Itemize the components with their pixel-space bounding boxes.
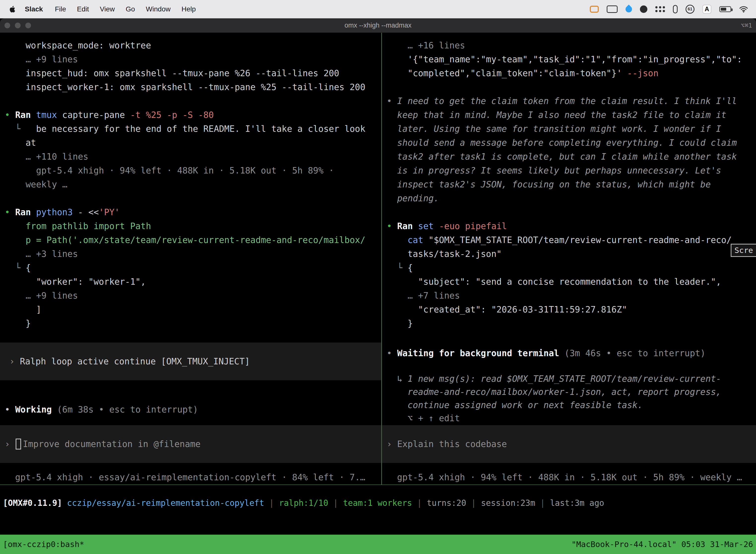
working-status-line: • Working (6m 38s • esc to interrupt) (0, 403, 381, 417)
terminal-line: continue assigned work or next feasible … (382, 399, 756, 412)
terminal-line: should send a message before completing … (382, 136, 756, 150)
tmux-pane-left[interactable]: workspace_mode: worktree … +9 lines insp… (0, 33, 381, 485)
pane-divider-horizontal[interactable] (0, 485, 756, 485)
menu-item-help[interactable]: Help (176, 0, 201, 18)
queued-prompt-lines: › Ralph loop active continue [OMX_TMUX_I… (5, 354, 250, 368)
omx-status-segment: last:3m ago (550, 498, 604, 508)
menu-item-window[interactable]: Window (140, 0, 176, 18)
omx-status-segment: team:1 workers (343, 498, 412, 508)
omx-status-segment: cczip/essay/ai-reimplementation-copyleft (67, 498, 264, 508)
menu-item-go[interactable]: Go (120, 0, 140, 18)
omx-status-segment: | (264, 498, 279, 508)
capsule-icon[interactable] (673, 5, 678, 13)
left-input-prompt[interactable]: › Improve documentation in @filename (0, 425, 381, 463)
terminal-line: • Working (6m 38s • esc to interrupt) (0, 403, 381, 417)
terminal-line (0, 191, 381, 205)
terminal-line: └ { (382, 261, 756, 275)
wifi-icon[interactable] (739, 6, 748, 13)
menu-app-name[interactable]: Slack (19, 0, 49, 18)
terminal-line: inspect_hud: omx sparkshell --tmux-pane … (0, 66, 381, 80)
terminal-line: at (0, 136, 381, 150)
queued-prompt-band: › Ralph loop active continue [OMX_TMUX_I… (0, 342, 381, 380)
terminal-line: "subject": "send a concise recommendatio… (382, 275, 756, 289)
omx-status-segment: | (466, 498, 481, 508)
terminal-line: "created_at": "2026-03-31T11:59:27.816Z" (382, 302, 756, 317)
omx-status-segment: [OMX#0.11.9] (3, 498, 62, 508)
omx-status-segment: | (412, 498, 427, 508)
omx-status-bar: [OMX#0.11.9] cczip/essay/ai-reimplementa… (0, 485, 756, 535)
terminal-line (0, 94, 381, 108)
prompt-chevron-icon: › (5, 439, 15, 449)
dots-grid-icon[interactable] (655, 6, 665, 12)
terminal-line: inspect_worker-1: omx sparkshell --tmux-… (0, 80, 381, 94)
text-cursor (16, 439, 21, 449)
terminal-line: "worker": "worker-1", (0, 275, 381, 289)
tmux-session: workspace_mode: worktree … +9 lines insp… (0, 33, 756, 485)
omx-status-segment: session:23m (481, 498, 535, 508)
badge-icon[interactable]: 61 (686, 5, 694, 14)
terminal-line: … +3 lines (0, 247, 381, 261)
left-pane-status-line: gpt-5.4 xhigh · essay/ai-reimplementatio… (0, 471, 381, 484)
terminal-line: … +9 lines (0, 52, 381, 66)
circle-app-icon[interactable] (640, 5, 647, 13)
terminal-line: } (0, 317, 381, 330)
terminal-line: gpt-5.4 xhigh · 94% left · 488K in · 5.1… (0, 164, 381, 177)
battery-icon[interactable] (719, 6, 731, 12)
terminal-line: tasks/task-2.json" (382, 247, 756, 261)
terminal-line: later. Using the same for transition mig… (382, 122, 756, 136)
apple-menu-icon[interactable] (6, 5, 18, 13)
terminal-line: • Ran tmux capture-pane -t %25 -p -S -80 (0, 108, 381, 122)
terminal-line: … +9 lines (0, 289, 381, 302)
right-pane-status-line: gpt-5.4 xhigh · 94% left · 488K in · 5.1… (382, 471, 756, 484)
window-titlebar[interactable]: omx --xhigh --madmax ⌥⌘1 (0, 18, 756, 33)
terminal-line: is in progress? It seems likely but perh… (382, 164, 756, 177)
window-shortcut-hint: ⌥⌘1 (741, 22, 752, 29)
terminal-line: ] (0, 302, 381, 317)
right-pane-lines: … +16 lines '{"team_name":"my-team","tas… (382, 33, 756, 330)
terminal-line: task2 after task1 is complete, but can I… (382, 150, 756, 164)
tmux-host-and-clock: "MacBook-Pro-44.local" 05:03 31-Mar-26 (571, 540, 753, 549)
terminal-line: p = Path('.omx/state/team/review-current… (0, 233, 381, 247)
tmux-pane-right[interactable]: … +16 lines '{"team_name":"my-team","tas… (382, 33, 756, 485)
terminal-line: cat "$OMX_TEAM_STATE_ROOT/team/review-cu… (382, 233, 756, 247)
tmux-status-bar: [omx-cczip0:bash* "MacBook-Pro-44.local"… (0, 535, 756, 554)
omx-status-segment: ralph:1/10 (279, 498, 328, 508)
omx-status-segment: turns:20 (427, 498, 466, 508)
terminal-line: weekly … (0, 177, 381, 191)
terminal-line (382, 80, 756, 94)
terminal-line: › Ralph loop active continue [OMX_TMUX_I… (5, 354, 250, 368)
letter-app-icon[interactable]: A (702, 5, 711, 14)
menu-bar-left: Slack FileEditViewGoWindowHelp (6, 0, 201, 18)
terminal-line: workspace_mode: worktree (0, 39, 381, 52)
prompt-chevron-icon: › (387, 439, 397, 449)
terminal-line: readme-and-reco/mailbox/worker-1.json, a… (382, 385, 756, 399)
menu-items: FileEditViewGoWindowHelp (49, 0, 201, 18)
menu-item-view[interactable]: View (94, 0, 120, 18)
right-input-placeholder: Explain this codebase (397, 439, 507, 449)
keyboard-icon[interactable] (607, 5, 618, 13)
menu-bar: Slack FileEditViewGoWindowHelp 61A (0, 0, 756, 18)
waiting-status-line: • Waiting for background terminal (3m 46… (382, 346, 756, 360)
menu-status-icons: 61A (590, 5, 750, 14)
terminal-line: … +7 lines (382, 289, 756, 302)
terminal-line: } (382, 317, 756, 330)
screen-recording-indicator[interactable] (590, 6, 599, 13)
terminal-line: ↳ 1 new msg(s): read $OMX_TEAM_STATE_ROO… (382, 372, 756, 385)
terminal-line: pending. (382, 191, 756, 205)
terminal-line: keep that in mind. Maybe I also need the… (382, 108, 756, 122)
terminal-line: "completed","claim_token":"claim-token"}… (382, 66, 756, 80)
terminal-line: • Ran python3 - <<'PY' (0, 205, 381, 219)
tmux-session-label: [omx-cczip0:bash* (3, 540, 571, 549)
terminal-line: • Waiting for background terminal (3m 46… (382, 346, 756, 360)
droplet-icon[interactable] (624, 4, 633, 14)
right-input-prompt[interactable]: › Explain this codebase (382, 425, 756, 463)
menu-item-file[interactable]: File (49, 0, 71, 18)
terminal-window: omx --xhigh --madmax ⌥⌘1 workspace_mode:… (0, 18, 756, 554)
omx-status-segment: | (328, 498, 343, 508)
omx-status-segment: | (535, 498, 550, 508)
terminal-line: '{"team_name":"my-team","task_id":"1","f… (382, 52, 756, 66)
terminal-line: ⌥ + ↑ edit (382, 412, 756, 425)
menu-item-edit[interactable]: Edit (71, 0, 94, 18)
terminal-line: from pathlib import Path (0, 219, 381, 233)
left-input-placeholder: Improve documentation in @filename (23, 439, 200, 449)
